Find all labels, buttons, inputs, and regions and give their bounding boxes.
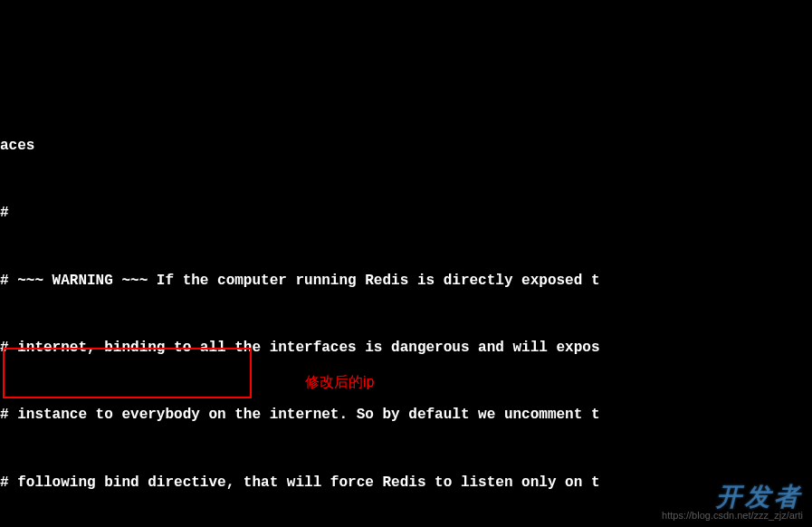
config-comment-line: #: [0, 202, 812, 225]
annotation-label: 修改后的ip: [305, 371, 374, 394]
config-comment-line: aces: [0, 135, 812, 158]
terminal-editor[interactable]: aces # # ~~~ WARNING ~~~ If the computer…: [0, 90, 812, 527]
config-comment-line: # following bind directive, that will fo…: [0, 472, 812, 494]
config-comment-line: # ~~~ WARNING ~~~ If the computer runnin…: [0, 270, 812, 292]
config-comment-line: # internet, binding to all the interface…: [0, 337, 812, 359]
watermark-url: https://blog.csdn.net/zzz_zjz/arti: [662, 508, 803, 523]
config-comment-line: # instance to everybody on the internet.…: [0, 404, 812, 426]
